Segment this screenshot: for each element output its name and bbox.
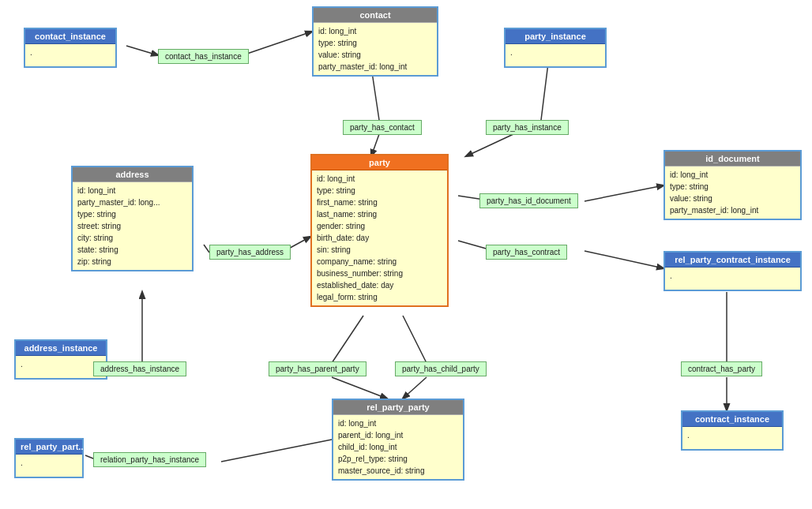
entity-party-header: party	[312, 155, 447, 170]
entity-contact[interactable]: contact id: long_int type: string value:…	[312, 6, 438, 77]
entity-id-document-body: id: long_int type: string value: string …	[665, 167, 800, 219]
relation-party-has-id-document[interactable]: party_has_id_document	[479, 193, 578, 208]
entity-party[interactable]: party id: long_int type: string first_na…	[310, 154, 449, 307]
entity-contact-body: id: long_int type: string value: string …	[314, 23, 437, 75]
entity-address-instance-body: .	[16, 356, 106, 378]
entity-address-instance-header: address_instance	[16, 341, 106, 356]
relation-party-has-contact[interactable]: party_has_contact	[343, 120, 422, 135]
svg-line-3	[371, 134, 379, 156]
entity-party-instance[interactable]: party_instance .	[504, 28, 607, 68]
svg-line-17	[403, 377, 427, 399]
entity-id-document-header: id_document	[665, 152, 800, 167]
entity-rel-party-contract-instance-header: rel_party_contract_instance	[665, 253, 800, 268]
entity-rel-party-contract-instance[interactable]: rel_party_contract_instance .	[664, 251, 802, 291]
entity-contact-instance-body: .	[25, 44, 115, 66]
svg-line-5	[466, 134, 513, 156]
entity-contract-instance[interactable]: contract_instance .	[681, 410, 784, 451]
relation-party-has-contract[interactable]: party_has_contract	[486, 245, 567, 260]
svg-line-14	[332, 316, 363, 363]
entity-party-instance-body: .	[506, 44, 605, 66]
entity-rel-party-part-body: .	[16, 455, 82, 477]
svg-line-16	[403, 316, 427, 363]
relation-contract-has-party[interactable]: contract_has_party	[681, 361, 762, 376]
svg-line-7	[585, 185, 664, 201]
entity-party-instance-header: party_instance	[506, 29, 605, 44]
entity-rel-party-part-header: rel_party_part...	[16, 440, 82, 455]
entity-address-header: address	[73, 167, 192, 182]
entity-rel-party-party-header: rel_party_party	[333, 400, 463, 415]
entity-rel-party-party-body: id: long_int parent_id: long_int child_i…	[333, 415, 463, 479]
svg-line-0	[126, 46, 158, 55]
relation-party-has-child-party[interactable]: party_has_child_party	[395, 361, 487, 376]
svg-line-9	[585, 251, 664, 268]
relation-party-has-address[interactable]: party_has_address	[209, 245, 291, 260]
entity-contract-instance-body: .	[682, 427, 782, 449]
entity-rel-party-part[interactable]: rel_party_part... .	[14, 438, 84, 478]
entity-rel-party-party[interactable]: rel_party_party id: long_int parent_id: …	[332, 399, 464, 481]
relation-relation-party-has-instance[interactable]: relation_party_has_instance	[93, 452, 206, 467]
relation-contact-has-instance[interactable]: contact_has_instance	[158, 49, 249, 64]
entity-contact-instance[interactable]: contact_instance .	[24, 28, 117, 68]
svg-line-15	[332, 377, 387, 399]
entity-contact-header: contact	[314, 8, 437, 23]
svg-line-10	[204, 245, 209, 253]
diagram-container: contact id: long_int type: string value:…	[0, 0, 812, 509]
entity-contract-instance-header: contract_instance	[682, 412, 782, 427]
relation-address-has-instance[interactable]: address_has_instance	[93, 361, 186, 376]
entity-address[interactable]: address id: long_int party_master_id: lo…	[71, 166, 194, 271]
entity-id-document[interactable]: id_document id: long_int type: string va…	[664, 150, 802, 220]
entity-party-body: id: long_int type: string first_name: st…	[312, 170, 447, 305]
entity-contact-instance-header: contact_instance	[25, 29, 115, 44]
entity-rel-party-contract-instance-body: .	[665, 268, 800, 290]
svg-line-1	[242, 32, 312, 55]
svg-line-21	[221, 438, 340, 462]
entity-address-body: id: long_int party_master_id: long... ty…	[73, 182, 192, 270]
relation-party-has-instance[interactable]: party_has_instance	[486, 120, 569, 135]
relation-party-has-parent-party[interactable]: party_has_parent_party	[269, 361, 367, 376]
